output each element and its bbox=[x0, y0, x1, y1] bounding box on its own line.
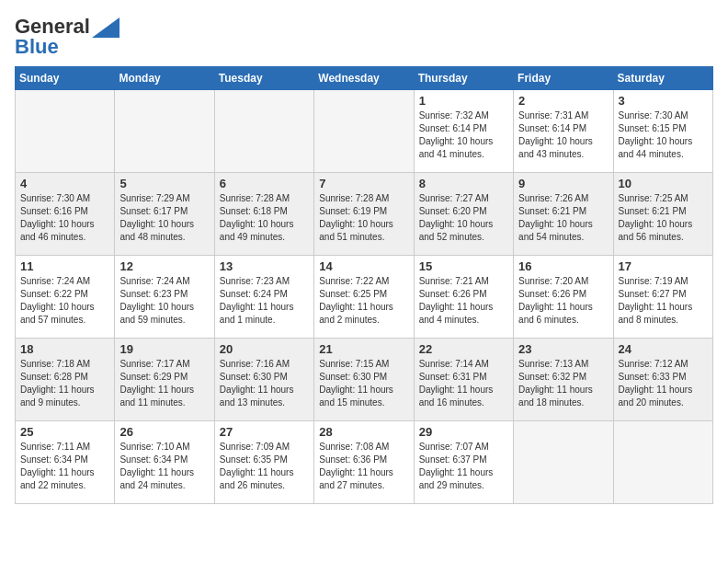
calendar-table: SundayMondayTuesdayWednesdayThursdayFrid… bbox=[15, 66, 713, 504]
day-cell: 4Sunrise: 7:30 AM Sunset: 6:16 PM Daylig… bbox=[16, 173, 115, 256]
day-cell: 22Sunrise: 7:14 AM Sunset: 6:31 PM Dayli… bbox=[414, 339, 513, 421]
day-info: Sunrise: 7:30 AM Sunset: 6:16 PM Dayligh… bbox=[20, 192, 109, 244]
day-cell: 9Sunrise: 7:26 AM Sunset: 6:21 PM Daylig… bbox=[514, 173, 613, 256]
day-number: 11 bbox=[20, 259, 109, 273]
day-cell: 18Sunrise: 7:18 AM Sunset: 6:28 PM Dayli… bbox=[16, 339, 115, 421]
logo-icon bbox=[92, 17, 119, 38]
calendar-week-row: 11Sunrise: 7:24 AM Sunset: 6:22 PM Dayli… bbox=[16, 256, 713, 339]
day-number: 29 bbox=[419, 425, 508, 439]
day-info: Sunrise: 7:32 AM Sunset: 6:14 PM Dayligh… bbox=[419, 109, 508, 161]
day-number: 14 bbox=[319, 259, 408, 273]
day-cell: 28Sunrise: 7:08 AM Sunset: 6:36 PM Dayli… bbox=[314, 421, 414, 504]
calendar-week-row: 18Sunrise: 7:18 AM Sunset: 6:28 PM Dayli… bbox=[16, 339, 713, 421]
day-cell: 23Sunrise: 7:13 AM Sunset: 6:32 PM Dayli… bbox=[514, 339, 613, 421]
day-info: Sunrise: 7:30 AM Sunset: 6:15 PM Dayligh… bbox=[619, 109, 708, 161]
header-tuesday: Tuesday bbox=[214, 67, 313, 90]
day-cell: 2Sunrise: 7:31 AM Sunset: 6:14 PM Daylig… bbox=[514, 90, 613, 173]
day-number: 13 bbox=[220, 259, 309, 273]
header-sunday: Sunday bbox=[16, 67, 115, 90]
logo: General Blue bbox=[15, 15, 119, 59]
day-cell: 13Sunrise: 7:23 AM Sunset: 6:24 PM Dayli… bbox=[214, 256, 313, 339]
day-number: 18 bbox=[20, 342, 109, 356]
day-info: Sunrise: 7:23 AM Sunset: 6:24 PM Dayligh… bbox=[220, 275, 309, 327]
day-cell: 20Sunrise: 7:16 AM Sunset: 6:30 PM Dayli… bbox=[214, 339, 313, 421]
day-number: 17 bbox=[619, 259, 708, 273]
day-info: Sunrise: 7:22 AM Sunset: 6:25 PM Dayligh… bbox=[319, 275, 408, 327]
day-number: 10 bbox=[619, 177, 708, 190]
day-info: Sunrise: 7:24 AM Sunset: 6:22 PM Dayligh… bbox=[20, 275, 109, 327]
day-cell: 6Sunrise: 7:28 AM Sunset: 6:18 PM Daylig… bbox=[214, 173, 313, 256]
day-number: 27 bbox=[220, 425, 309, 439]
day-info: Sunrise: 7:18 AM Sunset: 6:28 PM Dayligh… bbox=[20, 358, 109, 409]
day-number: 20 bbox=[220, 342, 309, 356]
day-number: 26 bbox=[119, 425, 209, 439]
day-cell: 26Sunrise: 7:10 AM Sunset: 6:34 PM Dayli… bbox=[115, 421, 214, 504]
empty-cell bbox=[514, 421, 613, 504]
day-cell: 7Sunrise: 7:28 AM Sunset: 6:19 PM Daylig… bbox=[314, 173, 414, 256]
day-cell: 27Sunrise: 7:09 AM Sunset: 6:35 PM Dayli… bbox=[214, 421, 313, 504]
day-info: Sunrise: 7:13 AM Sunset: 6:32 PM Dayligh… bbox=[518, 358, 608, 409]
day-number: 7 bbox=[319, 177, 408, 190]
empty-cell bbox=[214, 90, 313, 173]
empty-cell bbox=[613, 421, 712, 504]
day-number: 6 bbox=[220, 177, 309, 190]
day-cell: 17Sunrise: 7:19 AM Sunset: 6:27 PM Dayli… bbox=[613, 256, 712, 339]
day-info: Sunrise: 7:28 AM Sunset: 6:18 PM Dayligh… bbox=[220, 192, 309, 244]
day-cell: 24Sunrise: 7:12 AM Sunset: 6:33 PM Dayli… bbox=[613, 339, 712, 421]
day-info: Sunrise: 7:20 AM Sunset: 6:26 PM Dayligh… bbox=[518, 275, 608, 327]
day-info: Sunrise: 7:12 AM Sunset: 6:33 PM Dayligh… bbox=[619, 358, 708, 409]
header-saturday: Saturday bbox=[613, 67, 712, 90]
day-info: Sunrise: 7:09 AM Sunset: 6:35 PM Dayligh… bbox=[220, 441, 309, 492]
day-cell: 19Sunrise: 7:17 AM Sunset: 6:29 PM Dayli… bbox=[115, 339, 214, 421]
day-number: 2 bbox=[518, 94, 608, 108]
day-info: Sunrise: 7:14 AM Sunset: 6:31 PM Dayligh… bbox=[419, 358, 508, 409]
day-info: Sunrise: 7:11 AM Sunset: 6:34 PM Dayligh… bbox=[20, 441, 109, 492]
day-cell: 29Sunrise: 7:07 AM Sunset: 6:37 PM Dayli… bbox=[414, 421, 513, 504]
day-number: 21 bbox=[319, 342, 408, 356]
day-number: 22 bbox=[419, 342, 508, 356]
day-cell: 16Sunrise: 7:20 AM Sunset: 6:26 PM Dayli… bbox=[514, 256, 613, 339]
day-cell: 11Sunrise: 7:24 AM Sunset: 6:22 PM Dayli… bbox=[16, 256, 115, 339]
header-thursday: Thursday bbox=[414, 67, 513, 90]
day-cell: 1Sunrise: 7:32 AM Sunset: 6:14 PM Daylig… bbox=[414, 90, 513, 173]
header-monday: Monday bbox=[115, 67, 214, 90]
page-header: General Blue bbox=[15, 15, 713, 59]
day-cell: 21Sunrise: 7:15 AM Sunset: 6:30 PM Dayli… bbox=[314, 339, 414, 421]
day-info: Sunrise: 7:25 AM Sunset: 6:21 PM Dayligh… bbox=[619, 192, 708, 244]
day-number: 24 bbox=[619, 342, 708, 356]
day-number: 5 bbox=[119, 177, 209, 190]
day-number: 15 bbox=[419, 259, 508, 273]
day-number: 23 bbox=[518, 342, 608, 356]
day-cell: 15Sunrise: 7:21 AM Sunset: 6:26 PM Dayli… bbox=[414, 256, 513, 339]
calendar-week-row: 4Sunrise: 7:30 AM Sunset: 6:16 PM Daylig… bbox=[16, 173, 713, 256]
day-cell: 12Sunrise: 7:24 AM Sunset: 6:23 PM Dayli… bbox=[115, 256, 214, 339]
empty-cell bbox=[314, 90, 414, 173]
day-info: Sunrise: 7:19 AM Sunset: 6:27 PM Dayligh… bbox=[619, 275, 708, 327]
day-number: 3 bbox=[619, 94, 708, 108]
day-info: Sunrise: 7:08 AM Sunset: 6:36 PM Dayligh… bbox=[319, 441, 408, 492]
day-cell: 14Sunrise: 7:22 AM Sunset: 6:25 PM Dayli… bbox=[314, 256, 414, 339]
day-number: 25 bbox=[20, 425, 109, 439]
day-number: 8 bbox=[419, 177, 508, 190]
day-info: Sunrise: 7:27 AM Sunset: 6:20 PM Dayligh… bbox=[419, 192, 508, 244]
day-number: 19 bbox=[119, 342, 209, 356]
calendar-week-row: 25Sunrise: 7:11 AM Sunset: 6:34 PM Dayli… bbox=[16, 421, 713, 504]
day-number: 16 bbox=[518, 259, 608, 273]
day-info: Sunrise: 7:28 AM Sunset: 6:19 PM Dayligh… bbox=[319, 192, 408, 244]
day-number: 4 bbox=[20, 177, 109, 190]
day-info: Sunrise: 7:31 AM Sunset: 6:14 PM Dayligh… bbox=[518, 109, 608, 161]
day-cell: 5Sunrise: 7:29 AM Sunset: 6:17 PM Daylig… bbox=[115, 173, 214, 256]
day-cell: 8Sunrise: 7:27 AM Sunset: 6:20 PM Daylig… bbox=[414, 173, 513, 256]
header-wednesday: Wednesday bbox=[314, 67, 414, 90]
calendar-header-row: SundayMondayTuesdayWednesdayThursdayFrid… bbox=[16, 67, 713, 90]
empty-cell bbox=[115, 90, 214, 173]
calendar-week-row: 1Sunrise: 7:32 AM Sunset: 6:14 PM Daylig… bbox=[16, 90, 713, 173]
day-info: Sunrise: 7:26 AM Sunset: 6:21 PM Dayligh… bbox=[518, 192, 608, 244]
day-info: Sunrise: 7:10 AM Sunset: 6:34 PM Dayligh… bbox=[119, 441, 209, 492]
day-number: 28 bbox=[319, 425, 408, 439]
day-info: Sunrise: 7:07 AM Sunset: 6:37 PM Dayligh… bbox=[419, 441, 508, 492]
day-info: Sunrise: 7:29 AM Sunset: 6:17 PM Dayligh… bbox=[119, 192, 209, 244]
day-info: Sunrise: 7:24 AM Sunset: 6:23 PM Dayligh… bbox=[119, 275, 209, 327]
day-info: Sunrise: 7:16 AM Sunset: 6:30 PM Dayligh… bbox=[220, 358, 309, 409]
svg-marker-0 bbox=[92, 17, 119, 38]
